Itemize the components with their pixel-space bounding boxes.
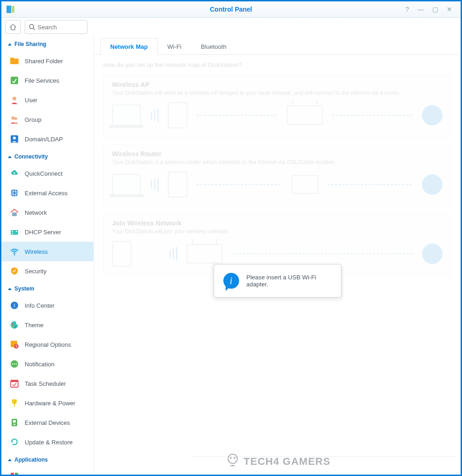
- dhcp-icon: [10, 227, 19, 237]
- watermark-logo-icon: [224, 452, 241, 471]
- svg-rect-37: [11, 473, 14, 475]
- option-desc: Your DiskStation will join your wireless…: [112, 228, 442, 235]
- section-connectivity[interactable]: Connectivity: [1, 149, 93, 164]
- connection-line: [232, 253, 413, 254]
- svg-point-8: [12, 117, 15, 120]
- connection-line: [332, 115, 413, 116]
- svg-rect-15: [12, 212, 17, 216]
- sidebar-item-shared-folder[interactable]: Shared Folder: [1, 51, 93, 71]
- sidebar-item-privileges[interactable]: Privileges: [1, 467, 93, 475]
- quickconnect-icon: [10, 169, 19, 178]
- option-desc: Your DiskStation will work as a wireless…: [112, 90, 442, 96]
- router-icon: [186, 244, 223, 264]
- connection-line: [328, 184, 413, 185]
- svg-rect-17: [12, 231, 13, 232]
- sidebar-item-domain-ldap[interactable]: Domain/LDAP: [1, 129, 93, 149]
- diskstation-icon: [112, 241, 132, 267]
- svg-rect-5: [10, 58, 14, 60]
- sidebar-item-external-access[interactable]: External Access: [1, 183, 93, 203]
- sidebar-item-wireless[interactable]: Wireless: [1, 242, 93, 261]
- tab-bluetooth[interactable]: Bluetooth: [191, 38, 236, 55]
- search-icon: [29, 24, 35, 30]
- close-icon[interactable]: ✕: [447, 6, 452, 13]
- svg-point-31: [16, 364, 17, 365]
- svg-rect-38: [15, 473, 18, 475]
- connection-line: [197, 184, 282, 185]
- svg-rect-34: [14, 404, 15, 407]
- option-wireless-router[interactable]: Wireless Router Your DiskStation is a wi…: [103, 144, 451, 207]
- svg-point-23: [12, 324, 13, 325]
- window-title: Control Panel: [210, 6, 252, 13]
- hardware-power-icon: [10, 398, 19, 408]
- svg-point-7: [13, 97, 16, 100]
- sidebar-item-quickconnect[interactable]: QuickConnect: [1, 164, 93, 183]
- setup-question: How do you set up the network map of Dis…: [103, 61, 451, 68]
- tabs: Network Map Wi-Fi Bluetooth: [94, 36, 461, 55]
- svg-rect-16: [11, 230, 18, 235]
- external-devices-icon: [10, 418, 19, 427]
- svg-rect-18: [12, 233, 13, 234]
- search-box[interactable]: [25, 20, 87, 34]
- wireless-waves-icon: [150, 178, 158, 192]
- folder-share-icon: [10, 56, 19, 66]
- option-wireless-ap[interactable]: Wireless AP Your DiskStation will work a…: [103, 75, 451, 138]
- svg-point-24: [13, 326, 14, 327]
- modem-icon: [291, 175, 318, 194]
- globe-icon: [422, 174, 442, 195]
- diagram-router: [112, 169, 442, 200]
- sidebar-item-update-restore[interactable]: Update & Restore: [1, 432, 93, 452]
- svg-point-20: [14, 254, 15, 256]
- user-icon: [10, 95, 19, 105]
- sidebar-item-file-services[interactable]: File Services: [1, 71, 93, 90]
- help-icon[interactable]: ?: [405, 6, 409, 13]
- section-file-sharing[interactable]: File Sharing: [1, 36, 93, 51]
- svg-point-41: [228, 454, 237, 463]
- watermark: TECH4 GAMERS: [224, 452, 330, 471]
- regional-icon: [10, 340, 19, 349]
- svg-point-11: [13, 137, 16, 139]
- laptop-icon: [112, 105, 141, 126]
- svg-rect-19: [16, 231, 17, 232]
- sidebar-item-dhcp-server[interactable]: DHCP Server: [1, 222, 93, 242]
- sidebar-item-group[interactable]: Group: [1, 110, 93, 129]
- minimize-icon[interactable]: —: [417, 6, 424, 13]
- sidebar-item-hardware-power[interactable]: Hardware & Power: [1, 393, 93, 413]
- sidebar-item-info-center[interactable]: iInfo Center: [1, 296, 93, 315]
- sidebar: File Sharing Shared Folder File Services…: [1, 36, 94, 475]
- section-applications[interactable]: Applications: [1, 452, 93, 467]
- option-title: Wireless AP: [112, 81, 442, 88]
- sidebar-item-notification[interactable]: Notification: [1, 354, 93, 374]
- svg-point-43: [233, 457, 235, 459]
- shield-icon: [10, 266, 19, 276]
- diagram-ap: [112, 100, 442, 131]
- sidebar-item-security[interactable]: Security: [1, 261, 93, 281]
- group-icon: [10, 115, 19, 124]
- svg-rect-33: [11, 380, 18, 382]
- sidebar-item-task-scheduler[interactable]: Task Scheduler: [1, 374, 93, 393]
- titlebar: Control Panel ? — ▢ ✕: [1, 1, 461, 18]
- home-button[interactable]: [5, 20, 21, 34]
- sidebar-item-user[interactable]: User: [1, 90, 93, 110]
- domain-icon: [10, 134, 19, 144]
- sidebar-item-external-devices[interactable]: External Devices: [1, 413, 93, 432]
- svg-point-30: [14, 364, 15, 365]
- router-icon: [287, 106, 323, 125]
- wireless-icon: [10, 247, 19, 256]
- wireless-waves-icon: [169, 247, 177, 261]
- sidebar-item-theme[interactable]: Theme: [1, 315, 93, 335]
- diskstation-icon: [168, 102, 187, 128]
- svg-point-2: [30, 25, 34, 29]
- svg-point-29: [12, 364, 13, 365]
- tab-network-map[interactable]: Network Map: [100, 38, 158, 55]
- dialog-message: Please insert a USB Wi-Fi adapter.: [246, 274, 331, 288]
- tab-wifi[interactable]: Wi-Fi: [158, 38, 191, 55]
- svg-point-12: [11, 189, 18, 197]
- sidebar-item-network[interactable]: Network: [1, 203, 93, 222]
- search-input[interactable]: [38, 24, 83, 31]
- maximize-icon[interactable]: ▢: [432, 6, 438, 13]
- section-system[interactable]: System: [1, 281, 93, 296]
- svg-rect-1: [12, 6, 14, 13]
- globe-icon: [422, 244, 442, 264]
- sidebar-item-regional-options[interactable]: Regional Options: [1, 335, 93, 354]
- info-icon: i: [223, 273, 239, 289]
